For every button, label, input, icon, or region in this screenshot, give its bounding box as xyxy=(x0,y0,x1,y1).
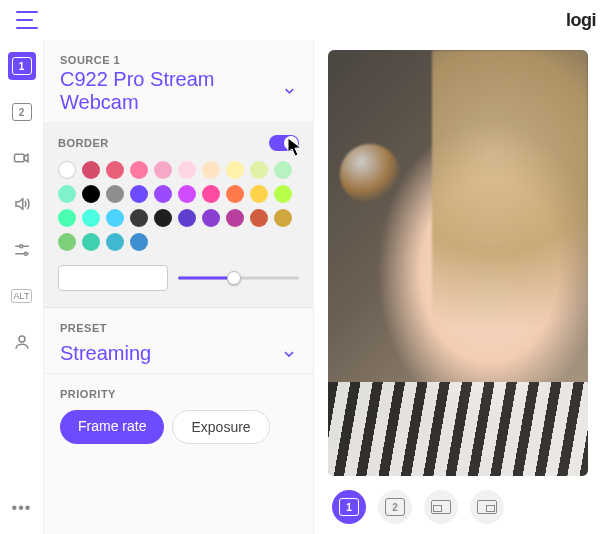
source-dropdown[interactable]: C922 Pro Stream Webcam xyxy=(60,68,297,114)
color-swatch[interactable] xyxy=(82,161,100,179)
color-swatch[interactable] xyxy=(130,233,148,251)
webcam-preview xyxy=(328,50,588,476)
svg-rect-0 xyxy=(14,154,24,162)
source-name: C922 Pro Stream Webcam xyxy=(60,68,282,114)
nav-adjust[interactable] xyxy=(8,236,36,264)
border-size-slider[interactable] xyxy=(178,270,299,286)
source-label: SOURCE 1 xyxy=(60,54,297,66)
nav-source-1[interactable]: 1 xyxy=(8,52,36,80)
color-swatch[interactable] xyxy=(202,209,220,227)
color-swatch[interactable] xyxy=(106,185,124,203)
color-swatch[interactable] xyxy=(274,161,292,179)
color-swatch[interactable] xyxy=(130,185,148,203)
color-swatch[interactable] xyxy=(274,209,292,227)
nav-source-2[interactable]: 2 xyxy=(8,98,36,126)
nav-audio[interactable] xyxy=(8,190,36,218)
color-swatch[interactable] xyxy=(130,209,148,227)
color-swatch[interactable] xyxy=(178,209,196,227)
preview-source-1[interactable]: 1 xyxy=(332,490,366,524)
pip-icon xyxy=(431,500,451,514)
preview-area: 12 xyxy=(314,40,612,534)
color-swatch[interactable] xyxy=(130,161,148,179)
color-swatch[interactable] xyxy=(58,185,76,203)
color-swatch[interactable] xyxy=(250,185,268,203)
svg-point-2 xyxy=(24,252,27,255)
color-swatch[interactable] xyxy=(178,161,196,179)
color-swatch[interactable] xyxy=(82,209,100,227)
priority-framerate[interactable]: Frame rate xyxy=(60,410,164,444)
color-swatch[interactable] xyxy=(58,209,76,227)
pip-icon xyxy=(477,500,497,514)
color-swatches xyxy=(58,161,299,251)
nav-more[interactable]: ••• xyxy=(8,494,36,522)
color-swatch[interactable] xyxy=(82,185,100,203)
color-swatch[interactable] xyxy=(178,185,196,203)
left-nav: 1 2 ALT ••• xyxy=(0,40,44,534)
chevron-down-icon xyxy=(281,346,297,362)
source-thumbnails: 12 xyxy=(328,490,588,524)
brand-logo: logi xyxy=(566,10,596,31)
border-size-input[interactable] xyxy=(58,265,168,291)
border-label: BORDER xyxy=(58,137,109,149)
color-swatch[interactable] xyxy=(202,185,220,203)
color-swatch[interactable] xyxy=(226,185,244,203)
preview-source-pip-right[interactable] xyxy=(470,490,504,524)
preset-dropdown[interactable]: Streaming xyxy=(60,342,297,365)
border-toggle[interactable] xyxy=(269,135,299,151)
color-swatch[interactable] xyxy=(202,161,220,179)
preview-source-pip-left[interactable] xyxy=(424,490,458,524)
sliders-icon xyxy=(13,241,31,259)
color-swatch[interactable] xyxy=(106,209,124,227)
nav-camera[interactable] xyxy=(8,144,36,172)
settings-panel: SOURCE 1 C922 Pro Stream Webcam BORDER xyxy=(44,40,314,534)
color-swatch[interactable] xyxy=(82,233,100,251)
color-swatch[interactable] xyxy=(250,161,268,179)
svg-point-1 xyxy=(19,245,22,248)
color-swatch[interactable] xyxy=(58,161,76,179)
color-swatch[interactable] xyxy=(154,209,172,227)
color-swatch[interactable] xyxy=(58,233,76,251)
preset-value: Streaming xyxy=(60,342,151,365)
color-swatch[interactable] xyxy=(274,185,292,203)
person-icon xyxy=(13,333,31,351)
chevron-down-icon xyxy=(282,83,297,99)
color-swatch[interactable] xyxy=(250,209,268,227)
color-swatch[interactable] xyxy=(106,161,124,179)
preset-label: PRESET xyxy=(60,322,297,334)
priority-label: PRIORITY xyxy=(60,388,297,400)
color-swatch[interactable] xyxy=(154,161,172,179)
color-swatch[interactable] xyxy=(154,185,172,203)
speaker-icon xyxy=(13,195,31,213)
camera-icon xyxy=(13,149,31,167)
color-swatch[interactable] xyxy=(226,209,244,227)
menu-button[interactable] xyxy=(16,11,38,29)
nav-alt[interactable]: ALT xyxy=(8,282,36,310)
svg-point-3 xyxy=(19,336,25,342)
priority-exposure[interactable]: Exposure xyxy=(172,410,269,444)
color-swatch[interactable] xyxy=(106,233,124,251)
color-swatch[interactable] xyxy=(226,161,244,179)
preview-source-2[interactable]: 2 xyxy=(378,490,412,524)
nav-profile[interactable] xyxy=(8,328,36,356)
